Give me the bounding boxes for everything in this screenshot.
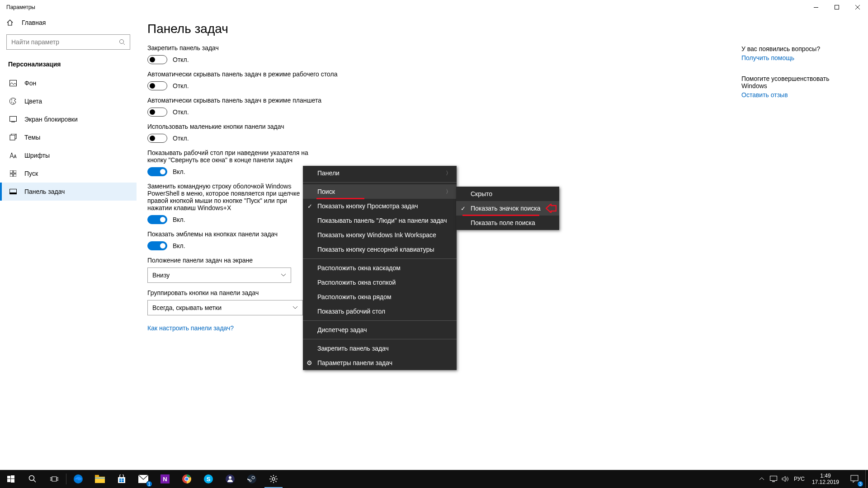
nav-start[interactable]: Пуск (0, 164, 137, 183)
nav-colors[interactable]: Цвета (0, 92, 137, 110)
svg-rect-29 (119, 479, 121, 480)
app-button[interactable] (219, 470, 241, 488)
fonts-icon (8, 152, 18, 159)
nav-home[interactable]: Главная (0, 14, 137, 31)
badge: 1 (146, 481, 152, 487)
toggle-state: Вкл. (173, 242, 185, 249)
tray-chevron[interactable] (756, 470, 768, 488)
toggle-state: Вкл. (173, 216, 185, 223)
steam-button[interactable] (241, 470, 263, 488)
cm-show-icon[interactable]: ✓ Показать значок поиска (456, 201, 559, 216)
cm-touchkbd[interactable]: Показать кнопку сенсорной клавиатуры (303, 242, 457, 257)
setting-label: Показывать рабочий стол при наведении ук… (147, 149, 319, 164)
svg-point-6 (13, 103, 14, 103)
cm-stack[interactable]: Расположить окна стопкой (303, 275, 457, 290)
dropdown-grouping[interactable]: Всегда, скрывать метки (147, 300, 303, 315)
cm-people[interactable]: Показывать панель "Люди" на панели задач (303, 213, 457, 228)
skype-button[interactable]: S (198, 470, 219, 488)
titlebar: Параметры (0, 0, 868, 14)
setting-label: Автоматически скрывать панель задач в ре… (147, 97, 437, 104)
start-button[interactable] (0, 470, 22, 488)
svg-rect-27 (95, 478, 105, 479)
show-desktop[interactable] (865, 470, 868, 488)
onenote-button[interactable]: N (154, 470, 176, 488)
toggle-state: Откл. (173, 135, 189, 142)
get-help-link[interactable]: Получить помощь (741, 54, 850, 61)
svg-text:S: S (207, 476, 211, 483)
dropdown-position[interactable]: Внизу (147, 267, 291, 283)
cm-lock[interactable]: Закрепить панель задач (303, 341, 457, 356)
nav-taskbar[interactable]: Панель задач (0, 183, 137, 201)
nav-fonts[interactable]: Шрифты (0, 146, 137, 164)
toggle-autohide-tablet[interactable] (147, 108, 167, 117)
cm-showdesktop[interactable]: Показать рабочий стол (303, 304, 457, 319)
questions-label: У вас появились вопросы? (741, 45, 850, 52)
svg-point-4 (11, 99, 12, 100)
search-field[interactable] (11, 38, 119, 46)
toggle-lock-taskbar[interactable] (147, 55, 167, 64)
feedback-link[interactable]: Оставить отзыв (741, 91, 850, 99)
minimize-button[interactable] (806, 0, 826, 14)
edge-button[interactable] (67, 470, 89, 488)
tray-monitor-icon[interactable] (768, 470, 779, 488)
cm-ink[interactable]: Показать кнопку Windows Ink Workspace (303, 228, 457, 242)
tray-clock[interactable]: 1:49 17.12.2019 (807, 473, 844, 486)
setting-label: Закрепить панель задач (147, 44, 437, 52)
cm-settings[interactable]: ⚙Параметры панели задач (303, 356, 457, 370)
svg-rect-26 (95, 475, 99, 477)
nav-item-label: Темы (24, 134, 40, 141)
tray-volume-icon[interactable] (779, 470, 791, 488)
feedback-label: Помогите усовершенствовать Windows (741, 75, 832, 89)
check-icon: ✓ (307, 203, 312, 210)
nav-themes[interactable]: Темы (0, 128, 137, 146)
svg-rect-47 (770, 476, 777, 481)
settings-button[interactable] (263, 470, 284, 488)
search-submenu: Скрыто ✓ Показать значок поиска Показать… (456, 187, 559, 230)
taskbar-icon (8, 189, 18, 194)
notifications-button[interactable]: 3 (844, 470, 865, 488)
cm-taskview[interactable]: ✓Показать кнопку Просмотра задач (303, 199, 457, 213)
nav-background[interactable]: Фон (0, 74, 137, 92)
store-button[interactable] (111, 470, 132, 488)
toggle-small-buttons[interactable] (147, 134, 167, 143)
toggle-powershell[interactable] (147, 215, 167, 224)
toggle-autohide-desktop[interactable] (147, 81, 167, 90)
close-button[interactable] (847, 0, 868, 14)
svg-rect-7 (10, 117, 17, 122)
taskview-button[interactable] (43, 470, 65, 488)
toggle-peek-desktop[interactable] (147, 167, 167, 176)
nav-item-label: Панель задач (24, 188, 65, 195)
cm-hidden[interactable]: Скрыто (456, 187, 559, 201)
taskbar-context-menu: Панели〉 Поиск〉 ✓Показать кнопку Просмотр… (303, 166, 457, 370)
search-input[interactable] (6, 34, 130, 50)
maximize-button[interactable] (826, 0, 847, 14)
help-link[interactable]: Как настроить панели задач? (147, 324, 234, 332)
cm-cascade[interactable]: Расположить окна каскадом (303, 261, 457, 275)
palette-icon (8, 98, 18, 105)
search-button[interactable] (22, 470, 43, 488)
svg-rect-1 (835, 5, 839, 9)
mail-button[interactable]: 1 (132, 470, 154, 488)
themes-icon (8, 134, 18, 141)
tray-language[interactable]: РУС (791, 470, 807, 488)
cm-separator (303, 258, 457, 259)
nav-lockscreen[interactable]: Экран блокировки (0, 110, 137, 128)
home-icon (6, 19, 16, 26)
toggle-badges[interactable] (147, 241, 167, 250)
nav-item-label: Фон (24, 80, 36, 87)
section-label: Персонализация (0, 56, 137, 74)
svg-rect-19 (11, 479, 14, 483)
chevron-right-icon: 〉 (446, 169, 451, 177)
nav-item-label: Шрифты (24, 152, 50, 159)
cm-sidebyside[interactable]: Расположить окна рядом (303, 290, 457, 304)
cm-search[interactable]: Поиск〉 (303, 184, 457, 199)
cm-panels[interactable]: Панели〉 (303, 166, 457, 180)
chrome-button[interactable] (176, 470, 198, 488)
toggle-state: Откл. (173, 56, 189, 63)
lockscreen-icon (8, 116, 18, 122)
explorer-button[interactable] (89, 470, 111, 488)
cm-show-box[interactable]: Показать поле поиска (456, 216, 559, 230)
svg-text:N: N (163, 476, 167, 483)
setting-label: Использовать маленькие кнопки панели зад… (147, 123, 437, 130)
cm-taskmgr[interactable]: Диспетчер задач (303, 323, 457, 337)
